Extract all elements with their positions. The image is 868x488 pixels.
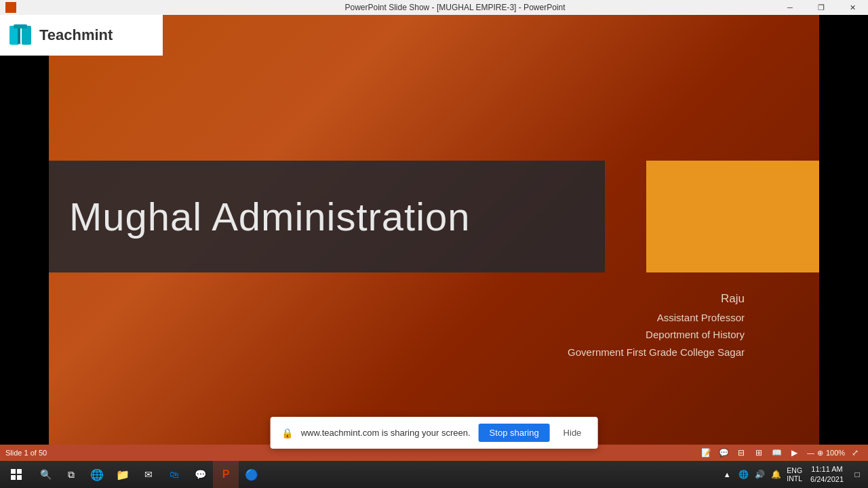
taskbar-edge-button[interactable]: 🌐	[84, 461, 110, 488]
taskbar-mail-button[interactable]: ✉	[136, 461, 161, 488]
author-college: Government First Grade College Sagar	[568, 344, 745, 361]
store-icon: 🛍	[170, 469, 179, 480]
taskbar-clock[interactable]: 11:11 AM 6/24/2021	[805, 461, 849, 488]
volume-icon: 🔊	[755, 470, 765, 479]
pp-notes-btn[interactable]: 📝	[698, 446, 713, 460]
logo-text: Teachmint	[39, 26, 113, 44]
svg-marker-3	[18, 28, 20, 45]
author-name: Raju	[568, 289, 745, 309]
svg-rect-2	[14, 24, 27, 28]
notification-icon: 🔔	[771, 470, 781, 479]
share-notification-text: www.teachmint.com is sharing your screen…	[301, 428, 471, 438]
share-lock-icon: 🔒	[281, 428, 293, 439]
pp-slide-sorter-btn[interactable]: ⊞	[751, 446, 766, 460]
chrome-icon: 🔵	[245, 468, 258, 481]
skype-icon: 💬	[195, 469, 206, 480]
stop-sharing-button[interactable]: Stop sharing	[479, 424, 550, 442]
minimize-button[interactable]: ─	[774, 0, 806, 15]
start-button[interactable]	[0, 461, 33, 488]
tray-notification-icon[interactable]: 🔔	[768, 461, 784, 488]
author-title: Assistant Professor	[568, 309, 745, 327]
author-department: Deportment of History	[568, 326, 745, 344]
logo-bar: Teachmint	[0, 15, 163, 56]
tray-action-center[interactable]: □	[849, 461, 865, 488]
mail-icon: ✉	[144, 469, 153, 480]
windows-logo-icon	[11, 469, 22, 480]
clock-date: 6/24/2021	[810, 474, 844, 485]
clock-time: 11:11 AM	[811, 464, 842, 474]
taskbar: 🔍 ⧉ 🌐 📁 ✉ 🛍 💬 P 🔵 ▲ 🌐 🔊	[0, 461, 868, 488]
hide-notification-button[interactable]: Hide	[558, 424, 587, 442]
pp-reading-view-btn[interactable]: 📖	[769, 446, 784, 460]
pp-fit-slide-btn[interactable]: ⤢	[848, 446, 863, 460]
slide-container: Mughal Administration Raju Assistant Pro…	[49, 15, 819, 454]
system-tray: ▲ 🌐 🔊 🔔 ENG INTL 11:11 AM 6/24/2021 □	[719, 461, 868, 488]
presentation-slide[interactable]: Mughal Administration Raju Assistant Pro…	[49, 15, 819, 454]
chevron-up-icon: ▲	[724, 470, 731, 479]
taskbar-powerpoint-button[interactable]: P	[213, 461, 239, 488]
taskbar-chrome-button[interactable]: 🔵	[239, 461, 264, 488]
taskbar-store-button[interactable]: 🛍	[161, 461, 187, 488]
action-center-icon: □	[854, 470, 859, 479]
taskbar-search-button[interactable]: 🔍	[33, 461, 58, 488]
pp-comments-btn[interactable]: 💬	[716, 446, 731, 460]
slide-main-title: Mughal Administration	[69, 194, 471, 239]
titlebar: PowerPoint Slide Show - [MUGHAL EMPIRE-3…	[0, 0, 868, 15]
edge-icon: 🌐	[90, 468, 104, 481]
screen-share-notification: 🔒 www.teachmint.com is sharing your scre…	[271, 417, 598, 449]
titlebar-title: PowerPoint Slide Show - [MUGHAL EMPIRE-3…	[136, 3, 774, 12]
lang-sub-label: INTL	[787, 474, 802, 483]
teachmint-logo-icon	[8, 23, 33, 47]
language-indicator[interactable]: ENG INTL	[784, 461, 805, 488]
powerpoint-icon: P	[222, 468, 230, 481]
tray-expand-button[interactable]: ▲	[719, 461, 735, 488]
maximize-button[interactable]: ❐	[806, 0, 837, 15]
svg-rect-0	[9, 26, 19, 45]
explorer-icon: 📁	[116, 468, 130, 481]
svg-rect-1	[22, 26, 31, 45]
slide-accent-box	[646, 161, 819, 272]
tray-volume-icon[interactable]: 🔊	[751, 461, 768, 488]
close-button[interactable]: ✕	[837, 0, 868, 15]
search-icon: 🔍	[40, 469, 52, 480]
network-icon: 🌐	[738, 470, 749, 479]
pp-view-controls: 📝 💬 ⊟ ⊞ 📖 ▶ — ⊕ 100% ⤢	[698, 446, 863, 460]
taskbar-skype-button[interactable]: 💬	[187, 461, 213, 488]
slide-count: Slide 1 of 50	[5, 449, 47, 457]
taskbar-taskview-button[interactable]: ⧉	[58, 461, 84, 488]
titlebar-controls: ─ ❐ ✕	[774, 0, 868, 15]
pp-normal-view-btn[interactable]: ⊟	[734, 446, 749, 460]
taskview-icon: ⧉	[68, 469, 75, 481]
slide-title-band: Mughal Administration	[49, 161, 605, 272]
pp-slideshow-btn[interactable]: ▶	[787, 446, 802, 460]
lang-label: ENG	[787, 466, 802, 474]
zoom-level: — ⊕ 100%	[804, 449, 845, 458]
slide-author-info: Raju Assistant Professor Deportment of H…	[568, 289, 745, 361]
taskbar-explorer-button[interactable]: 📁	[110, 461, 136, 488]
tray-network-icon[interactable]: 🌐	[735, 461, 751, 488]
